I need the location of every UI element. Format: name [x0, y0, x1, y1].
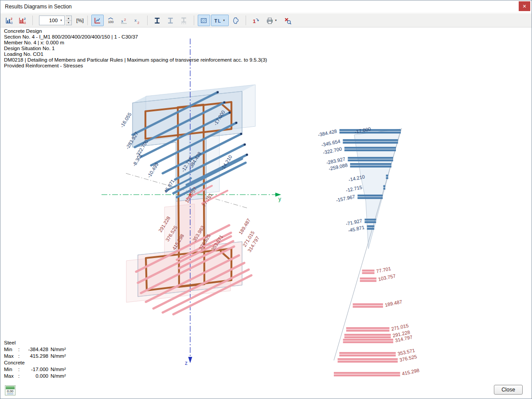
legend-row: Min:-384.428N/mm² [4, 346, 66, 353]
legend-row: Max:415.298N/mm² [4, 353, 66, 360]
stress-bar [367, 228, 375, 230]
stress-bar [386, 177, 388, 179]
steel-min-value: -384.428 [23, 346, 48, 353]
zoom-spinner-up[interactable]: ▲ [66, 16, 71, 21]
stress-value-label: 77.701 [376, 266, 391, 274]
extreme-values-button[interactable]: 1 [250, 15, 262, 26]
stress-value-label: -45.871 [348, 224, 365, 233]
stress-bar [339, 352, 395, 354]
zoom-select[interactable]: 100 ▼ [39, 16, 65, 25]
i-section-icon [153, 17, 161, 24]
rebar-stress-label: -16.055 [119, 112, 133, 129]
decimal-format-icon [6, 386, 15, 389]
stress-bar [364, 219, 376, 220]
concrete-max-value: 0.000 [23, 373, 48, 379]
fill-diagram-button[interactable] [230, 15, 242, 26]
stress-bar [362, 270, 375, 271]
svg-text:1: 1 [253, 18, 256, 23]
delete-results-icon [284, 17, 291, 24]
zoom-spinner: ▲ ▼ [66, 16, 72, 25]
z-axis-arrow-icon [188, 357, 192, 363]
rebar-end-marker [217, 91, 219, 93]
stress-bar [357, 197, 383, 199]
hatching-button[interactable] [198, 15, 210, 26]
toolbar-separator [32, 16, 33, 25]
stress-bar [343, 341, 393, 343]
stress-bar [343, 139, 398, 141]
window-close-button[interactable]: × [519, 1, 530, 11]
svg-text:2: 2 [24, 17, 26, 20]
show-max-values-button[interactable]: 100 [105, 15, 117, 26]
label-orientation-icon: T L [214, 17, 222, 24]
svg-text:2: 2 [137, 20, 139, 24]
section-view-button-3[interactable] [178, 15, 190, 26]
info-line: Provided Reinforcement - Stresses [4, 63, 267, 69]
result-info-block: Concrete Design Section No. 4 - I_M1 800… [4, 28, 267, 69]
stress-value-label: -384.428 [317, 128, 337, 137]
show-values-superscript-button[interactable]: x 2 [118, 15, 130, 26]
svg-text:3: 3 [24, 21, 26, 24]
stress-bar [340, 132, 401, 133]
label-orientation-button[interactable]: T L ▼ [211, 15, 229, 26]
stress-bar [338, 358, 398, 360]
zoom-spinner-down[interactable]: ▼ [66, 21, 71, 25]
stress-bar [344, 149, 396, 151]
stress-bar [344, 147, 396, 149]
diagram-axes-icon [94, 17, 101, 24]
window-title: Results Diagrams in Section [5, 4, 72, 10]
rebar-end-marker [229, 112, 231, 113]
stress-bar [346, 327, 390, 329]
rebar-stress-label: -8.301 [131, 153, 143, 167]
results-diagrams-window: Results Diagrams in Section × 2 3 2 3 [0, 0, 532, 399]
stress-bar [350, 165, 391, 167]
toolbar: 2 3 2 3 100 ▼ ▲ ▼ [%] [0, 14, 532, 27]
title-bar[interactable]: Results Diagrams in Section [0, 0, 532, 13]
stress-value-label: 103.757 [378, 273, 396, 282]
clear-view-button[interactable] [282, 15, 294, 26]
concrete-min-value: -17.000 [23, 366, 48, 373]
stress-bar [360, 278, 376, 279]
jug-icon [232, 17, 239, 24]
print-button[interactable]: ▼ [263, 15, 281, 26]
stress-bar [334, 375, 400, 376]
section-view-button-2[interactable] [164, 15, 177, 26]
stress-bar [339, 355, 395, 356]
stress-bar [367, 225, 375, 227]
stress-bar [343, 339, 393, 340]
stress-bar [362, 272, 375, 274]
chevron-down-icon: ▼ [60, 19, 63, 22]
value-superscript-icon: x 2 [120, 17, 128, 24]
stress-bar [364, 221, 376, 223]
dropdown-arrow-icon: ▼ [274, 19, 277, 22]
stress-bar [360, 280, 376, 282]
info-line: Member No. 4 | x: 0.000 m [4, 40, 267, 46]
close-button[interactable]: Close [494, 385, 523, 395]
section-view-button-1[interactable] [151, 15, 164, 26]
result-values-button-1[interactable]: 2 3 [3, 15, 16, 26]
svg-text:x: x [134, 17, 137, 22]
stress-bar [346, 330, 390, 332]
stress-bar [383, 188, 386, 189]
stress-value-label: 189.487 [384, 299, 403, 308]
rebar-end-marker [246, 154, 248, 156]
show-diagram-button[interactable] [91, 15, 104, 26]
info-line: Loading No. CO1 [4, 51, 267, 57]
stress-bar [334, 372, 400, 374]
stress-bar [348, 157, 393, 159]
i-section-dots-icon [180, 17, 188, 24]
rebar-end-marker [235, 122, 237, 124]
legend-concrete-title: Concrete [4, 360, 66, 366]
svg-text:3: 3 [11, 21, 13, 24]
stress-bar [353, 306, 383, 308]
info-line: DM0218 | Detailing of Members and Partic… [4, 57, 267, 63]
stress-bar [350, 163, 391, 165]
decimal-format-button[interactable]: 0,00 [5, 385, 16, 395]
max-value-icon: 100 [107, 17, 114, 24]
toolbar-separator [246, 16, 246, 25]
show-values-subscript-button[interactable]: x 2 [131, 15, 144, 26]
rebar-stress-label: 45.871 [163, 178, 176, 194]
i-section-outline-icon [167, 17, 174, 24]
stress-bar [348, 160, 393, 161]
result-values-button-2[interactable]: 2 3 [16, 15, 29, 26]
svg-text:x: x [121, 18, 123, 23]
